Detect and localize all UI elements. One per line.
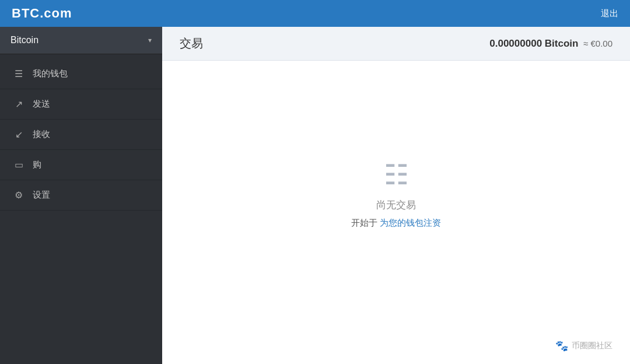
settings-icon: ⚙ bbox=[13, 190, 24, 201]
sidebar-item-label: 发送 bbox=[33, 99, 50, 110]
balance-sep: ≈ bbox=[581, 38, 591, 48]
sidebar-item-wallet[interactable]: ☰ 我的钱包 bbox=[0, 59, 162, 89]
main-layout: Bitcoin ▾ ☰ 我的钱包 ↗ 发送 ↙ 接收 ▭ 购 ⚙ bbox=[0, 27, 630, 364]
wallet-icon: ☰ bbox=[13, 68, 24, 79]
buy-icon: ▭ bbox=[13, 159, 24, 170]
watermark: 🐾 币圈圈社区 bbox=[555, 340, 612, 352]
sidebar-item-label: 设置 bbox=[33, 190, 50, 201]
send-icon: ↗ bbox=[13, 99, 24, 110]
fund-wallet-link[interactable]: 为您的钱包注资 bbox=[380, 218, 441, 228]
sidebar-item-label: 我的钱包 bbox=[33, 68, 68, 79]
sidebar-item-label: 接收 bbox=[33, 129, 50, 140]
content-header: 交易 0.00000000 Bitcoin ≈ €0.00 bbox=[162, 27, 630, 61]
watermark-text: 币圈圈社区 bbox=[572, 341, 612, 351]
sidebar-item-buy[interactable]: ▭ 购 bbox=[0, 150, 162, 180]
empty-action-text: 开始于 为您的钱包注资 bbox=[351, 218, 441, 229]
empty-message: 尚无交易 bbox=[376, 198, 416, 212]
top-header: BTC.com 退出 bbox=[0, 0, 630, 27]
currency-selector[interactable]: Bitcoin ▾ bbox=[0, 27, 162, 54]
sidebar-item-send[interactable]: ↗ 发送 bbox=[0, 89, 162, 120]
watermark-icon: 🐾 bbox=[555, 340, 568, 352]
sidebar: Bitcoin ▾ ☰ 我的钱包 ↗ 发送 ↙ 接收 ▭ 购 ⚙ bbox=[0, 27, 162, 364]
sidebar-item-settings[interactable]: ⚙ 设置 bbox=[0, 180, 162, 211]
page-title: 交易 bbox=[180, 36, 203, 51]
sidebar-item-label: 购 bbox=[33, 159, 41, 170]
currency-label: Bitcoin bbox=[10, 35, 38, 46]
logout-button[interactable]: 退出 bbox=[601, 8, 618, 19]
balance-fiat: €0.00 bbox=[590, 38, 612, 48]
empty-transactions-icon: ☷ bbox=[384, 161, 409, 189]
receive-icon: ↙ bbox=[13, 129, 24, 140]
chevron-down-icon: ▾ bbox=[148, 36, 152, 44]
content-area: 交易 0.00000000 Bitcoin ≈ €0.00 ☷ 尚无交易 开始于… bbox=[162, 27, 630, 364]
sidebar-item-receive[interactable]: ↙ 接收 bbox=[0, 120, 162, 150]
content-body: ☷ 尚无交易 开始于 为您的钱包注资 bbox=[162, 61, 630, 364]
action-prefix: 开始于 bbox=[351, 218, 380, 228]
sidebar-nav: ☰ 我的钱包 ↗ 发送 ↙ 接收 ▭ 购 ⚙ 设置 bbox=[0, 59, 162, 211]
logo: BTC.com bbox=[12, 6, 72, 21]
balance-display: 0.00000000 Bitcoin ≈ €0.00 bbox=[489, 38, 612, 50]
balance-btc: 0.00000000 Bitcoin bbox=[489, 38, 578, 49]
